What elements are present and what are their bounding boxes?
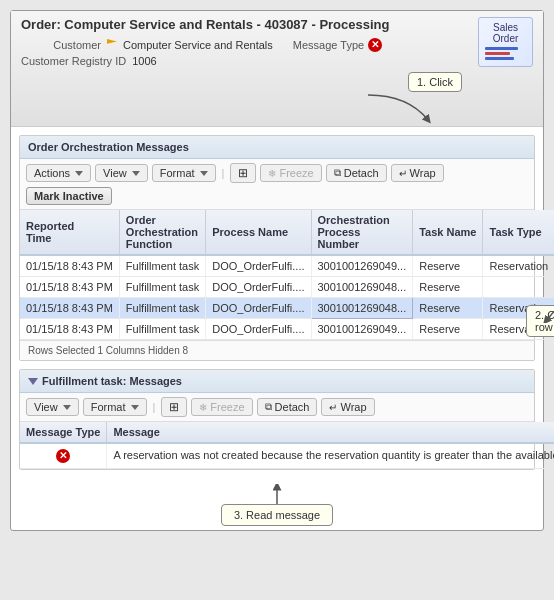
wrap-icon: ↵	[399, 168, 407, 179]
arrow2-svg	[536, 303, 554, 323]
wrap-button[interactable]: ↵ Wrap	[391, 164, 444, 182]
cell-function: Fulfillment task	[119, 319, 205, 340]
orchestration-table: ReportedTime OrderOrchestrationFunction …	[20, 210, 554, 340]
toolbar-icon-btn1[interactable]: ⊞	[230, 163, 256, 183]
cell-type	[483, 277, 554, 298]
toolbar-sep1: |	[222, 167, 225, 179]
sales-order-card[interactable]: SalesOrder	[478, 17, 533, 67]
detach-button[interactable]: ⧉ Detach	[326, 164, 387, 182]
page-title: Order: Computer Service and Rentals - 40…	[21, 17, 468, 32]
callout3-box: 3. Read message	[221, 504, 333, 526]
cell-time: 01/15/18 8:43 PM	[20, 298, 119, 319]
cell-task: Reserve	[413, 298, 483, 319]
fulfillment-header-row: Message Type Message	[20, 422, 554, 443]
table-footer: Rows Selected 1 Columns Hidden 8	[20, 340, 534, 360]
callout1-box: 1. Click	[408, 72, 462, 92]
cell-task: Reserve	[413, 255, 483, 277]
cell-msg-type: ✕	[20, 443, 107, 469]
col-reported-time: ReportedTime	[20, 210, 119, 255]
fulfillment-section-header: Fulfillment task: Messages	[20, 370, 534, 393]
cell-task: Reserve	[413, 319, 483, 340]
annotation3-area: 3. Read message	[11, 478, 543, 530]
registry-value: 1006	[132, 55, 156, 67]
toolbar-icon-btn2[interactable]: ⊞	[161, 397, 187, 417]
so-line-1	[485, 47, 518, 50]
toolbar-sep2: |	[153, 401, 156, 413]
orchestration-header-row: ReportedTime OrderOrchestrationFunction …	[20, 210, 554, 255]
table-row-selected[interactable]: 01/15/18 8:43 PM Fulfillment task DOO_Or…	[20, 298, 554, 319]
annotation1-area: 1. Click	[21, 70, 468, 120]
orchestration-section-header: Order Orchestration Messages	[20, 136, 534, 159]
cell-time: 01/15/18 8:43 PM	[20, 255, 119, 277]
cell-process: DOO_OrderFulfi....	[206, 319, 311, 340]
sales-order-lines	[485, 47, 526, 60]
page-header: Order: Computer Service and Rentals - 40…	[11, 11, 543, 127]
so-line-2	[485, 52, 510, 55]
cell-type: Reservation	[483, 255, 554, 277]
table-row[interactable]: ✕ A reservation was not created because …	[20, 443, 554, 469]
customer-value: Computer Service and Rentals	[107, 39, 273, 51]
freeze-button-2[interactable]: ❄ Freeze	[191, 398, 252, 416]
customer-row: Customer Computer Service and Rentals Me…	[21, 38, 468, 52]
format-button[interactable]: Format	[152, 164, 216, 182]
orchestration-table-wrapper: ReportedTime OrderOrchestrationFunction …	[20, 210, 534, 340]
col-process: Process Name	[206, 210, 311, 255]
cell-task: Reserve	[413, 277, 483, 298]
grid-icon-2: ⊞	[169, 400, 179, 414]
table-row[interactable]: 01/15/18 8:43 PM Fulfillment task DOO_Or…	[20, 319, 554, 340]
cell-number: 3001001269048...	[311, 277, 413, 298]
cell-number: 3001001269049...	[311, 255, 413, 277]
table-row[interactable]: 01/15/18 8:43 PM Fulfillment task DOO_Or…	[20, 255, 554, 277]
format-dropdown-icon	[200, 171, 208, 176]
fulfillment-table-body: ✕ A reservation was not created because …	[20, 443, 554, 469]
cell-process: DOO_OrderFulfi....	[206, 255, 311, 277]
cell-process: DOO_OrderFulfi....	[206, 298, 311, 319]
detach-icon: ⧉	[334, 167, 341, 179]
arrow3-svg	[247, 484, 307, 504]
registry-label: Customer Registry ID	[21, 55, 126, 67]
view-button-2[interactable]: View	[26, 398, 79, 416]
view-dropdown-icon-2	[63, 405, 71, 410]
col-message: Message	[107, 422, 554, 443]
wrap-button-2[interactable]: ↵ Wrap	[321, 398, 374, 416]
freeze-icon: ❄	[268, 168, 276, 179]
customer-label: Customer	[21, 39, 101, 51]
col-function: OrderOrchestrationFunction	[119, 210, 205, 255]
grid-icon: ⊞	[238, 166, 248, 180]
message-type-close-icon[interactable]: ✕	[368, 38, 382, 52]
orchestration-table-head: ReportedTime OrderOrchestrationFunction …	[20, 210, 554, 255]
freeze-icon-2: ❄	[199, 402, 207, 413]
flag-icon	[107, 39, 117, 51]
cell-function: Fulfillment task	[119, 255, 205, 277]
table-row[interactable]: 01/15/18 8:43 PM Fulfillment task DOO_Or…	[20, 277, 554, 298]
mark-inactive-button[interactable]: Mark Inactive	[26, 187, 112, 205]
orchestration-toolbar: Actions View Format | ⊞ ❄ Freeze ⧉	[20, 159, 534, 210]
cell-time: 01/15/18 8:43 PM	[20, 277, 119, 298]
view-dropdown-icon	[132, 171, 140, 176]
col-message-type: Message Type	[20, 422, 107, 443]
header-left: Order: Computer Service and Rentals - 40…	[21, 17, 468, 120]
detach-button-2[interactable]: ⧉ Detach	[257, 398, 318, 416]
cell-time: 01/15/18 8:43 PM	[20, 319, 119, 340]
arrow1-svg	[358, 90, 438, 130]
detach-icon-2: ⧉	[265, 401, 272, 413]
actions-button[interactable]: Actions	[26, 164, 91, 182]
format-dropdown-icon-2	[131, 405, 139, 410]
freeze-button[interactable]: ❄ Freeze	[260, 164, 321, 182]
col-task: Task Name	[413, 210, 483, 255]
sales-order-label: SalesOrder	[485, 22, 526, 44]
view-button[interactable]: View	[95, 164, 148, 182]
registry-row: Customer Registry ID 1006	[21, 55, 468, 67]
cell-number: 3001001269049...	[311, 319, 413, 340]
format-button-2[interactable]: Format	[83, 398, 147, 416]
fulfillment-table-head: Message Type Message	[20, 422, 554, 443]
header-right: SalesOrder	[478, 17, 533, 67]
fulfillment-section: Fulfillment task: Messages View Format |…	[19, 369, 535, 470]
main-container: Order: Computer Service and Rentals - 40…	[10, 10, 544, 531]
collapse-icon[interactable]	[28, 378, 38, 385]
fulfillment-toolbar: View Format | ⊞ ❄ Freeze ⧉ Detach ↵ Wrap	[20, 393, 534, 422]
error-icon: ✕	[56, 449, 70, 463]
message-type-label: Message Type	[293, 39, 364, 51]
actions-dropdown-icon	[75, 171, 83, 176]
col-number: OrchestrationProcessNumber	[311, 210, 413, 255]
